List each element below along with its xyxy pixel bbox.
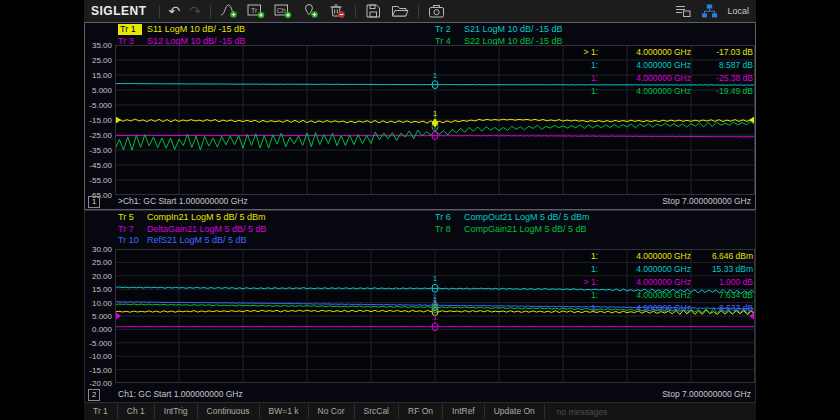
window-number-badge[interactable]: 1 (88, 196, 100, 208)
trace-desc: RefS21 LogM 5 dB/ 5 dB (147, 235, 247, 245)
add-channel-button[interactable]: Ch (274, 2, 292, 20)
marker-readout-freq: 4.000000 GHz (598, 276, 691, 289)
statusbar-item-update-on[interactable]: Update On (485, 404, 545, 419)
sweep-start-label: >Ch1: GC Start 1.000000000 GHz (118, 196, 248, 206)
window-number-badge[interactable]: 2 (88, 389, 100, 401)
trace-id: Tr 10 (118, 235, 142, 246)
trace-id: Tr 8 (435, 224, 459, 235)
svg-text:Ch: Ch (277, 7, 286, 14)
marker-readout-value: 15.33 dBm (691, 263, 753, 276)
lan-status-button[interactable] (701, 2, 718, 20)
statusbar-item-rf-on[interactable]: RF On (399, 404, 443, 419)
task-list-icon (674, 3, 692, 19)
toolbar: SIGLENT ↶ ↷ Tr Ch (84, 0, 756, 22)
add-marker-icon (301, 3, 319, 19)
channel-status: 1>Ch1: GC Start 1.000000000 GHzStop 7.00… (85, 195, 755, 208)
marker-number: 1 (433, 274, 438, 283)
statusbar-item-continuous[interactable]: Continuous (198, 404, 260, 419)
y-axis-label: -10.00 (85, 352, 112, 361)
statusbar-item-inttrig[interactable]: IntTrig (155, 404, 198, 419)
marker-readout: 1:4.000000 GHz-19.49 dB (574, 85, 753, 98)
marker-readout-prefix: 1: (574, 302, 598, 315)
redo-icon: ↷ (189, 4, 201, 18)
y-axis-label: 5.000 (85, 86, 112, 95)
trace-label-tr-2[interactable]: Tr 2S21 LogM 10 dB/ -15 dB (435, 24, 563, 35)
trace-label-tr-5[interactable]: Tr 5CompIn21 LogM 5 dB/ 5 dBm (118, 212, 266, 223)
y-axis-label: -5.000 (85, 339, 112, 348)
marker-readout-prefix: 1: (574, 263, 598, 276)
lan-icon (701, 3, 718, 19)
marker-readout-freq: 4.000000 GHz (598, 59, 691, 72)
statusbar-item-no-cor[interactable]: No Cor (309, 404, 355, 419)
marker-readout-freq: 4.000000 GHz (598, 289, 691, 302)
save-button[interactable] (365, 2, 382, 20)
y-axis-label: -45.00 (85, 161, 112, 170)
marker-readout: 1:4.000000 GHz-25.38 dB (574, 72, 753, 85)
delete-button[interactable] (328, 2, 346, 20)
marker-readout-freq: 4.000000 GHz (598, 263, 691, 276)
marker-readout-prefix: > 1: (574, 276, 598, 289)
statusbar-item-bw-1-k[interactable]: BW=1 k (260, 404, 309, 419)
y-axis-label: -35.00 (85, 146, 112, 155)
redo-button[interactable]: ↷ (189, 2, 201, 20)
marker-readout-prefix: > 1: (574, 46, 598, 59)
y-axis-label: -55.00 (85, 176, 112, 185)
marker-readout: > 1:4.000000 GHz-17.03 dB (574, 46, 753, 59)
trace-id: Tr 6 (435, 212, 459, 223)
sweep-stop-label: Stop 7.000000000 GHz (662, 389, 751, 399)
marker-readouts: 1:4.000000 GHz6.646 dBm1:4.000000 GHz15.… (574, 250, 753, 315)
y-axis-label: -20.00 (85, 379, 112, 388)
y-axis-label: 20.00 (85, 272, 112, 281)
trace-label-tr-8[interactable]: Tr 8CompGain21 LogM 5 dB/ 5 dB (435, 224, 587, 235)
trace-desc: CompGain21 LogM 5 dB/ 5 dB (464, 224, 587, 234)
marker-readout-freq: 4.000000 GHz (598, 85, 691, 98)
trace-label-tr-10[interactable]: Tr 10RefS21 LogM 5 dB/ 5 dB (118, 235, 247, 246)
trace-window-2[interactable]: Tr 5CompIn21 LogM 5 dB/ 5 dBmTr 7DeltaGa… (84, 210, 756, 403)
add-marker-button[interactable] (301, 2, 319, 20)
marker-readout-freq: 4.000000 GHz (598, 302, 691, 315)
trash-icon (328, 3, 346, 19)
marker-readout-value: 8.633 dB (691, 302, 753, 315)
toolbar-divider (355, 5, 356, 18)
channel-status: 2Ch1: GC Start 1.000000000 GHzStop 7.000… (85, 388, 755, 401)
undo-icon: ↶ (169, 4, 181, 18)
add-trace-icon (220, 3, 238, 19)
trace-id: Tr 7 (118, 224, 142, 235)
statusbar-item-srccal[interactable]: SrcCal (355, 404, 400, 419)
marker-readout-value: 7.634 dB (691, 289, 753, 302)
trace-label-tr-7[interactable]: Tr 7DeltaGain21 LogM 5 dB/ 5 dB (118, 224, 267, 235)
svg-text:Tr: Tr (251, 7, 258, 14)
add-trace-button[interactable] (220, 2, 238, 20)
marker-readout-value: -19.49 dB (691, 85, 753, 98)
toolbar-divider (159, 5, 160, 18)
marker-number: 1 (433, 109, 438, 118)
trace-desc: CompOut21 LogM 5 dB/ 5 dBm (464, 212, 590, 222)
statusbar-item-ch-1[interactable]: Ch 1 (118, 404, 155, 419)
add-window-icon: Tr (247, 3, 265, 19)
marker-readout: > 1:4.000000 GHz1.000 dB (574, 276, 753, 289)
statusbar-item-tr-1[interactable]: Tr 1 (84, 404, 118, 419)
undo-button[interactable]: ↶ (169, 2, 181, 20)
trace-id: Tr 1 (118, 24, 142, 35)
marker-readout-value: 6.646 dBm (691, 250, 753, 263)
marker-readout-value: 8.587 dB (691, 59, 753, 72)
marker-number: 1 (433, 313, 438, 322)
marker-readout-freq: 4.000000 GHz (598, 250, 691, 263)
task-list-button[interactable] (674, 2, 692, 20)
marker-readout-value: -25.38 dB (691, 72, 753, 85)
trace-label-tr-6[interactable]: Tr 6CompOut21 LogM 5 dB/ 5 dBm (435, 212, 590, 223)
trace-label-tr-1[interactable]: Tr 1S11 LogM 10 dB/ -15 dB (118, 24, 245, 35)
camera-icon (428, 3, 445, 19)
status-bar: Tr 1Ch 1IntTrigContinuousBW=1 kNo CorSrc… (84, 403, 756, 420)
statusbar-item-intref[interactable]: IntRef (443, 404, 485, 419)
trace-window-1[interactable]: Tr 1S11 LogM 10 dB/ -15 dBTr 3S12 LogM 1… (84, 22, 756, 210)
folder-icon (391, 3, 409, 19)
add-trace-window-button[interactable]: Tr (247, 2, 265, 20)
marker-readout-prefix: 1: (574, 289, 598, 302)
screenshot-button[interactable] (428, 2, 445, 20)
open-file-button[interactable] (391, 2, 409, 20)
y-axis-label: 10.00 (85, 299, 112, 308)
y-axis-label: 15.00 (85, 285, 112, 294)
trace-desc: DeltaGain21 LogM 5 dB/ 5 dB (147, 224, 267, 234)
local-remote-label[interactable]: Local (727, 6, 749, 16)
